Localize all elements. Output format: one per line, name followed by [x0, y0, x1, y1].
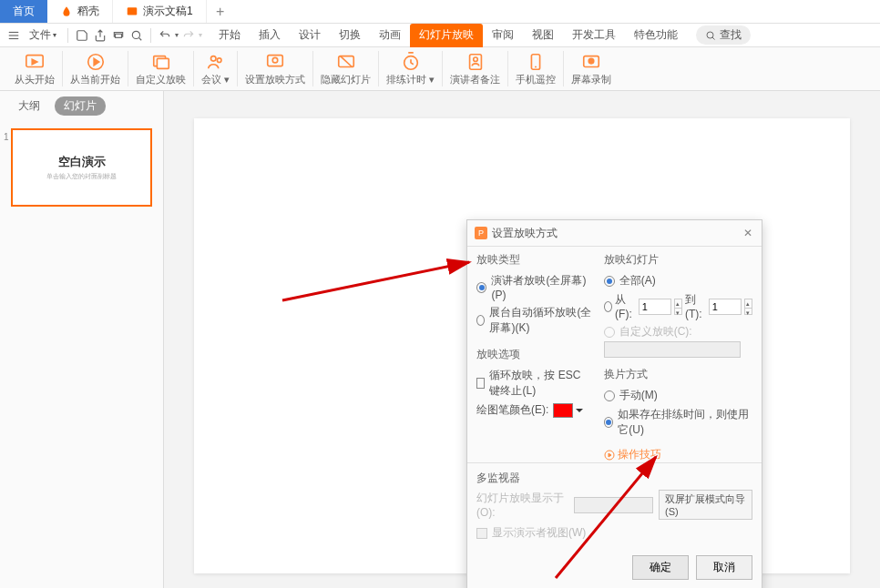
btn-meeting[interactable]: 会议 ▾ [194, 51, 238, 86]
dialog-titlebar[interactable]: P 设置放映方式 ✕ [467, 220, 762, 247]
svg-rect-4 [116, 34, 122, 37]
label-monitors: 多监视器 [476, 471, 752, 486]
radio-icon [604, 390, 615, 401]
speaker-notes-icon [466, 51, 486, 73]
tab-outline[interactable]: 大纲 [9, 96, 49, 116]
radio-icon [604, 276, 615, 287]
label-advance: 换片方式 [604, 367, 752, 382]
timer-icon [401, 51, 421, 73]
dialog-app-icon: P [475, 227, 487, 239]
svg-line-18 [340, 56, 352, 67]
svg-line-6 [138, 37, 141, 40]
btn-rehearse[interactable]: 排练计时 ▾ [379, 51, 443, 86]
slide-thumbnail-1[interactable]: 1 空白演示 单击输入您的封面副标题 [11, 128, 152, 207]
ok-button[interactable]: 确定 [632, 555, 689, 580]
radio-kiosk[interactable]: 展台自动循环放映(全屏幕)(K) [476, 303, 595, 338]
radio-icon [604, 301, 612, 312]
radio-from-to[interactable]: 从(F): ▴▾ 到(T): ▴▾ [604, 290, 752, 322]
btn-hide-slide[interactable]: 隐藏幻灯片 [313, 51, 379, 86]
save-icon[interactable] [74, 27, 90, 44]
search-button[interactable]: 查找 [696, 25, 751, 45]
btn-record[interactable]: 屏幕录制 [564, 51, 619, 86]
tab-design[interactable]: 设计 [290, 24, 330, 47]
cancel-button[interactable]: 取消 [696, 555, 752, 580]
btn-from-start[interactable]: 从头开始 [7, 51, 63, 86]
label-show-on: 幻灯片放映显示于(O): [476, 491, 568, 519]
svg-point-14 [217, 58, 221, 63]
spinner-to[interactable]: ▴▾ [744, 299, 752, 315]
phone-remote-icon [526, 51, 546, 73]
slide-number: 1 [4, 132, 9, 142]
input-from[interactable] [639, 299, 671, 315]
tips-link[interactable]: 操作技巧 [604, 447, 752, 462]
check-loop[interactable]: 循环放映，按 ESC 键终止(L) [476, 366, 595, 400]
btn-setup-show[interactable]: 设置放映方式 [238, 51, 313, 86]
tab-insert[interactable]: 插入 [250, 24, 290, 47]
app-menu-icon[interactable] [5, 27, 22, 44]
tab-animation[interactable]: 动画 [370, 24, 410, 47]
play-current-icon [86, 51, 106, 73]
setup-icon [265, 51, 285, 73]
btn-from-current[interactable]: 从当前开始 [63, 51, 128, 86]
tab-transition[interactable]: 切换 [330, 24, 370, 47]
spinner-from[interactable]: ▴▾ [674, 299, 682, 315]
tab-home[interactable]: 首页 [0, 0, 47, 23]
radio-speaker[interactable]: 演讲者放映(全屏幕)(P) [476, 271, 595, 303]
new-tab-button[interactable]: + [207, 0, 234, 23]
btn-remote[interactable]: 手机遥控 [508, 51, 564, 86]
separator [150, 28, 151, 43]
close-icon[interactable]: ✕ [742, 225, 754, 241]
radio-icon [604, 417, 614, 428]
radio-custom-show: 自定义放映(C): [604, 322, 752, 341]
redo-icon[interactable] [180, 27, 197, 44]
svg-point-21 [473, 57, 477, 62]
custom-show-select [604, 341, 741, 358]
svg-point-5 [132, 31, 139, 38]
redo-dropdown[interactable]: ▾ [199, 31, 202, 39]
checkbox-icon [476, 378, 485, 389]
share-icon[interactable] [92, 27, 108, 44]
svg-point-7 [707, 32, 713, 38]
btn-speaker-notes[interactable]: 演讲者备注 [443, 51, 508, 86]
svg-point-16 [272, 57, 278, 62]
radio-timings[interactable]: 如果存在排练时间，则使用它(U) [604, 405, 752, 440]
setup-show-dialog: P 设置放映方式 ✕ 放映类型 演讲者放映(全屏幕)(P) 展台自动循环放映(全… [466, 219, 762, 588]
extend-wizard-button[interactable]: 双屏扩展模式向导(S) [659, 490, 752, 520]
tab-start[interactable]: 开始 [210, 24, 250, 47]
menu-bar: 文件▾ ▾ ▾ 开始 插入 设计 切换 动画 幻灯片放映 审阅 视图 开发工具 … [0, 24, 880, 47]
print-icon[interactable] [110, 27, 127, 44]
tab-view[interactable]: 视图 [523, 24, 563, 47]
pen-color-picker[interactable] [553, 403, 573, 418]
radio-icon [604, 327, 615, 338]
print-preview-icon[interactable] [128, 27, 145, 44]
tab-review[interactable]: 审阅 [483, 24, 523, 47]
separator [67, 28, 68, 43]
slide-panel: 大纲 幻灯片 1 空白演示 单击输入您的封面副标题 [0, 91, 164, 588]
play-from-start-icon [25, 51, 45, 73]
undo-dropdown[interactable]: ▾ [175, 31, 179, 39]
ribbon: 从头开始 从当前开始 自定义放映 会议 ▾ 设置放映方式 隐藏幻灯片 排练计时 … [0, 47, 880, 91]
undo-icon[interactable] [157, 27, 173, 44]
tab-document[interactable]: 演示文稿1 [113, 0, 207, 23]
svg-point-25 [588, 58, 594, 64]
tab-features[interactable]: 特色功能 [625, 24, 687, 47]
tab-daoke[interactable]: 稻壳 [47, 0, 113, 23]
svg-line-8 [712, 37, 715, 40]
tab-slides-thumb[interactable]: 幻灯片 [55, 96, 106, 116]
radio-icon [476, 315, 485, 326]
file-menu[interactable]: 文件▾ [24, 27, 62, 43]
slide-thumb-subtitle: 单击输入您的封面副标题 [46, 172, 117, 181]
label-show-type: 放映类型 [476, 252, 595, 268]
btn-custom-show[interactable]: 自定义放映 [128, 51, 194, 86]
tab-devtools[interactable]: 开发工具 [563, 24, 625, 47]
flame-icon [60, 5, 73, 18]
input-to[interactable] [709, 299, 742, 315]
radio-manual[interactable]: 手动(M) [604, 386, 752, 405]
dialog-title: 设置放映方式 [492, 226, 558, 241]
tab-slideshow[interactable]: 幻灯片放映 [410, 24, 483, 47]
play-icon [604, 450, 615, 461]
slide-thumb-title: 空白演示 [58, 154, 106, 170]
svg-point-13 [210, 56, 216, 62]
radio-all-slides[interactable]: 全部(A) [604, 271, 752, 290]
presentation-icon [126, 5, 138, 18]
